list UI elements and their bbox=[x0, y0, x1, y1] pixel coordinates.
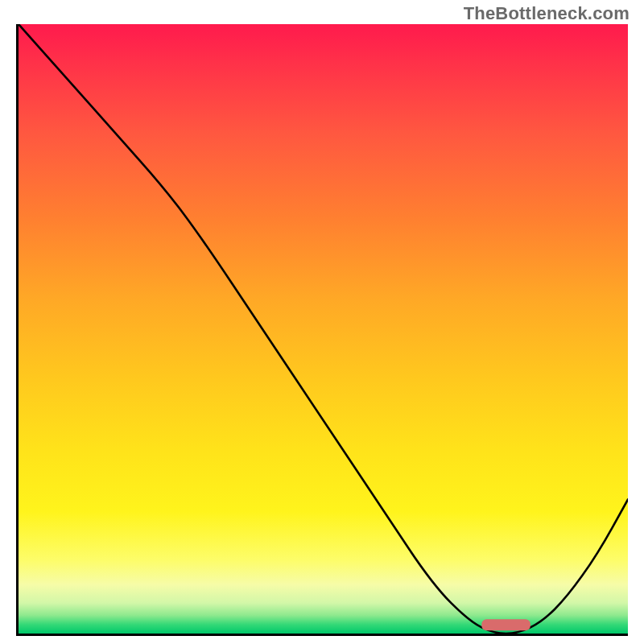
plot-area bbox=[16, 24, 628, 636]
watermark-text: TheBottleneck.com bbox=[464, 3, 630, 24]
chart-container: TheBottleneck.com bbox=[0, 0, 644, 644]
bottleneck-curve-path bbox=[19, 24, 628, 634]
optimal-marker bbox=[481, 619, 530, 630]
bottleneck-curve-svg bbox=[19, 24, 628, 634]
